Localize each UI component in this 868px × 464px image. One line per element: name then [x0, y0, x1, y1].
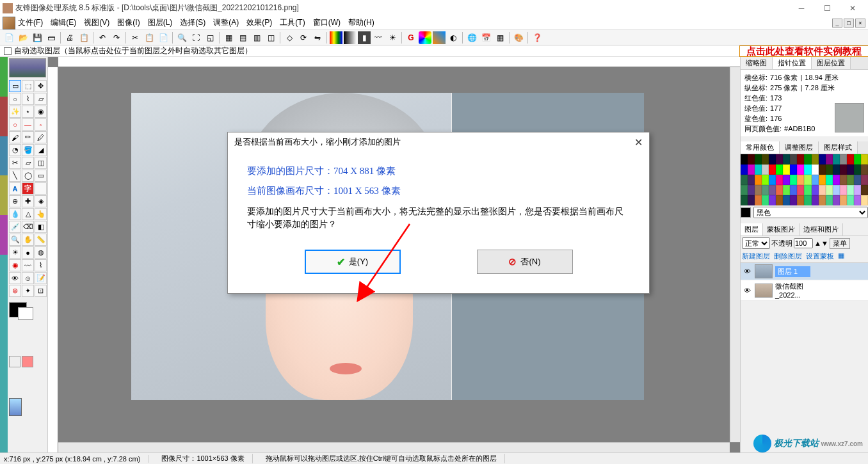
poly-lasso-tool[interactable]: ▱ — [35, 93, 47, 105]
palette-swatch[interactable] — [748, 195, 755, 205]
palette-swatch[interactable] — [804, 185, 811, 195]
grid-icon[interactable]: ▦ — [222, 31, 235, 44]
mask-quick[interactable] — [22, 356, 33, 367]
menu-effect[interactable]: 效果(P) — [246, 17, 272, 28]
palette-swatch[interactable] — [755, 195, 762, 205]
menu-select[interactable]: 选择(S) — [180, 17, 205, 28]
palette-swatch[interactable] — [797, 185, 804, 195]
marker-tool[interactable]: 🖊 — [35, 131, 47, 143]
gradient-tool[interactable]: ◢ — [35, 144, 47, 156]
palette-swatch[interactable] — [804, 154, 811, 164]
layer-item-1[interactable]: 👁 图层 1 — [741, 263, 868, 280]
color-adj-icon[interactable] — [419, 31, 431, 44]
palette-swatch[interactable] — [804, 195, 811, 205]
palette-swatch[interactable] — [776, 154, 783, 164]
scrollbar-h[interactable] — [58, 442, 730, 452]
move-tool[interactable]: ▭ — [9, 80, 21, 92]
palette-swatch[interactable] — [776, 175, 783, 185]
close-button[interactable]: ✕ — [840, 4, 865, 13]
palette-swatch[interactable] — [783, 164, 790, 175]
palette-swatch[interactable] — [762, 164, 769, 175]
tab-thumbnail[interactable]: 缩略图 — [741, 57, 773, 69]
palette-swatch[interactable] — [804, 175, 811, 185]
palette-swatch[interactable] — [762, 195, 769, 205]
visibility-icon[interactable]: 👁 — [742, 286, 752, 295]
minimize-button[interactable]: ─ — [789, 4, 814, 13]
palette-swatch[interactable] — [847, 185, 854, 195]
liquify-tool[interactable]: 〰 — [22, 259, 34, 271]
palette-swatch[interactable] — [769, 185, 776, 195]
paste-icon[interactable]: 📄 — [157, 31, 170, 44]
palette-swatch[interactable] — [819, 185, 826, 195]
menu-layer[interactable]: 图层(L) — [148, 17, 173, 28]
palette-swatch[interactable] — [847, 195, 854, 205]
help-icon[interactable]: ❓ — [531, 31, 543, 44]
set-mask-btn[interactable]: 设置蒙板 — [806, 252, 834, 261]
palette-swatch[interactable] — [826, 185, 833, 195]
eye-tool[interactable]: 👁 — [9, 272, 21, 284]
tutorial-link[interactable]: 点击此处查看软件实例教程 — [739, 45, 868, 57]
palette-swatch[interactable] — [748, 175, 755, 185]
quick-select-tool[interactable]: ◉ — [35, 106, 47, 118]
palette-swatch[interactable] — [776, 164, 783, 175]
palette-swatch[interactable] — [826, 175, 833, 185]
palette-swatch[interactable] — [833, 195, 840, 205]
palette-swatch[interactable] — [854, 164, 861, 175]
auto-select-checkbox[interactable] — [4, 47, 12, 55]
palette-swatch[interactable] — [790, 185, 797, 195]
magic-select-tool[interactable]: ⋆ — [22, 106, 34, 118]
gray-icon[interactable] — [344, 31, 357, 44]
palette-swatch[interactable] — [854, 154, 861, 164]
palette-swatch[interactable] — [854, 185, 861, 195]
palette-swatch[interactable] — [861, 164, 868, 175]
palette-swatch[interactable] — [819, 154, 826, 164]
palette-swatch[interactable] — [840, 164, 847, 175]
palette-swatch[interactable] — [783, 154, 790, 164]
palette-swatch[interactable] — [748, 154, 755, 164]
layer-menu-btn[interactable]: 菜单 — [830, 238, 850, 249]
palette-swatch[interactable] — [819, 175, 826, 185]
palette-swatch[interactable] — [861, 185, 868, 195]
yes-button[interactable]: ✔ 是(Y) — [305, 250, 401, 274]
marquee-tool[interactable]: ⬚ — [22, 80, 34, 92]
palette-swatch[interactable] — [748, 185, 755, 195]
palette-swatch[interactable] — [812, 185, 819, 195]
browser-icon[interactable]: 🌐 — [465, 31, 478, 44]
burn-tool[interactable]: ● — [22, 246, 34, 259]
palette-swatch[interactable] — [755, 154, 762, 164]
background-color[interactable] — [18, 307, 33, 320]
palette-swatch[interactable] — [812, 195, 819, 205]
bright-icon[interactable]: ☀ — [386, 31, 399, 44]
spray-tool[interactable]: ◔ — [9, 144, 21, 156]
rotate-icon[interactable]: ⟳ — [297, 31, 310, 44]
delete-layer-btn[interactable]: 删除图层 — [774, 252, 802, 261]
transform-tool[interactable]: ✥ — [35, 80, 47, 92]
menu-window[interactable]: 窗口(W) — [313, 17, 341, 28]
fit-icon[interactable]: ⛶ — [189, 31, 202, 44]
palette-swatch[interactable] — [826, 154, 833, 164]
heal-tool[interactable]: ✚ — [22, 195, 34, 207]
wand-tool[interactable]: ✨ — [9, 106, 21, 118]
tab-border-img[interactable]: 边框和图片 — [800, 223, 843, 236]
calc-icon[interactable]: ▦ — [494, 31, 506, 44]
save-all-icon[interactable]: 🗃 — [45, 31, 58, 44]
new-layer-btn[interactable]: 新建图层 — [742, 252, 770, 261]
palette-swatch[interactable] — [819, 195, 826, 205]
warp-tool[interactable]: ⌇ — [35, 259, 47, 271]
calendar-icon[interactable]: 📅 — [479, 31, 492, 44]
palette-swatch[interactable] — [776, 185, 783, 195]
palette-swatch[interactable] — [854, 175, 861, 185]
guide-icon[interactable]: ▥ — [250, 31, 263, 44]
menu-help[interactable]: 帮助(H) — [348, 17, 374, 28]
palette-swatch[interactable] — [741, 185, 748, 195]
palette-swatch[interactable] — [741, 195, 748, 205]
palette-swatch[interactable] — [812, 175, 819, 185]
node-tool[interactable]: ○ — [9, 118, 21, 131]
selected-color-swatch[interactable] — [741, 207, 751, 218]
eyedrop-tool[interactable]: 💉 — [9, 221, 21, 233]
save-icon[interactable]: 💾 — [31, 31, 44, 44]
measure-tool[interactable]: 📏 — [35, 234, 47, 246]
fill-tool[interactable]: 🪣 — [22, 144, 34, 156]
no-button[interactable]: ⊘ 否(N) — [477, 250, 573, 274]
layer-more-icon[interactable]: ▦ — [838, 252, 844, 261]
